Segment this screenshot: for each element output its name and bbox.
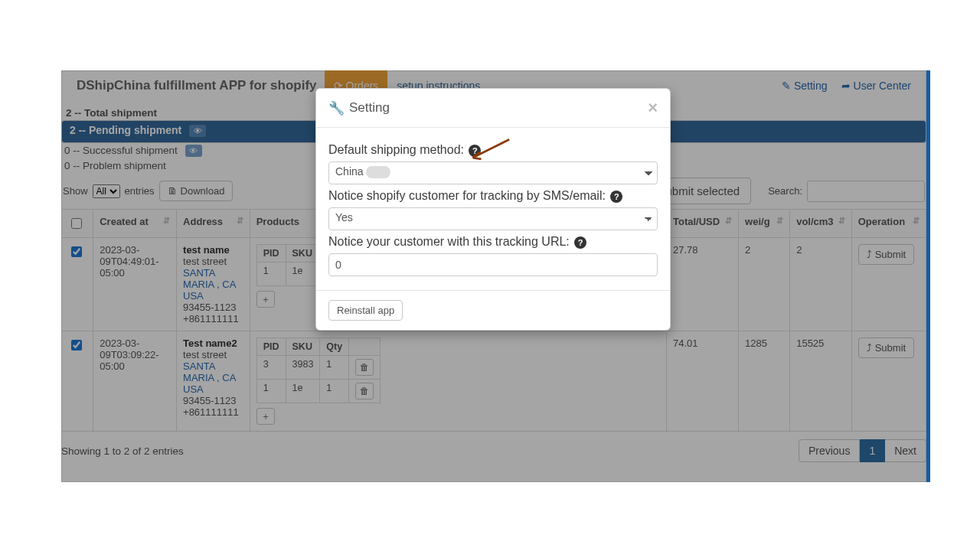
reinstall-button[interactable]: Reinstall app (328, 300, 403, 321)
notice-customer-label: Notice shopify customer for tracking by … (328, 189, 658, 203)
help-icon[interactable]: ? (574, 236, 586, 249)
help-icon[interactable]: ? (610, 191, 622, 203)
ship-method-select[interactable]: China (328, 161, 658, 184)
wrench-icon: 🔧 (328, 100, 345, 116)
help-icon[interactable]: ? (469, 145, 481, 157)
tracking-url-input[interactable] (328, 253, 658, 276)
modal-title: Setting (349, 100, 390, 116)
settings-modal: 🔧Setting × Default shipping method: ? Ch… (315, 88, 671, 331)
ship-method-label: Default shipping method: ? (328, 143, 658, 157)
close-icon[interactable]: × (648, 98, 658, 118)
tracking-url-label: Notice your customer with this tracking … (328, 235, 658, 249)
notice-customer-select[interactable]: Yes (328, 207, 658, 230)
